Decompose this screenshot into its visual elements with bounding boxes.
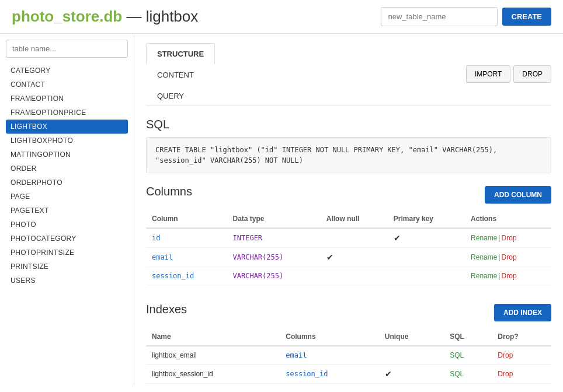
sidebar-item-photoprintsize[interactable]: PHOTOPRINTSIZE xyxy=(6,246,128,260)
col-datatype: INTEGER xyxy=(227,228,321,248)
col-actions: Rename|Drop xyxy=(465,248,551,267)
idx-unique: ✔ xyxy=(379,365,444,384)
indexes-section: Indexes ADD INDEX Name Columns Unique SQ… xyxy=(146,303,551,384)
indexes-table: Name Columns Unique SQL Drop? lightbox_e… xyxy=(146,328,551,384)
import-button[interactable]: IMPORT xyxy=(466,65,510,83)
sidebar-item-printsize[interactable]: PRINTSIZE xyxy=(6,260,128,274)
tab-structure[interactable]: STRUCTURE xyxy=(146,43,215,64)
col-name: id xyxy=(146,228,227,248)
sidebar-item-frameoptionprice[interactable]: FRAMEOPTIONPRICE xyxy=(6,106,128,120)
sidebar-item-category[interactable]: CATEGORY xyxy=(6,64,128,78)
rename-link[interactable]: Rename xyxy=(471,234,497,242)
title-separator: — xyxy=(122,8,145,25)
col-datatype: VARCHAR(255) xyxy=(227,248,321,267)
idx-name: lightbox_email xyxy=(146,346,280,365)
idx-header-unique: Unique xyxy=(379,328,444,346)
col-allownull: ✔ xyxy=(321,248,388,267)
columns-tbody: id INTEGER ✔ Rename|Drop email VARCHAR(2… xyxy=(146,228,551,285)
col-datatype: VARCHAR(255) xyxy=(227,267,321,285)
action-separator: | xyxy=(498,234,500,242)
sidebar-item-users[interactable]: USERS xyxy=(6,274,128,288)
drop-link[interactable]: Drop xyxy=(502,253,517,261)
col-header-allownull: Allow null xyxy=(321,210,388,228)
col-actions: Rename|Drop xyxy=(465,267,551,285)
idx-header-name: Name xyxy=(146,328,280,346)
columns-header: Columns ADD COLUMN xyxy=(146,185,551,204)
col-primarykey: ✔ xyxy=(388,228,465,248)
col-actions: Rename|Drop xyxy=(465,228,551,248)
table-row: id INTEGER ✔ Rename|Drop xyxy=(146,228,551,248)
col-primarykey xyxy=(388,248,465,267)
sidebar-item-order[interactable]: ORDER xyxy=(6,162,128,176)
new-table-input[interactable] xyxy=(381,7,498,26)
tab-query[interactable]: QUERY xyxy=(146,85,215,106)
columns-table: Column Data type Allow null Primary key … xyxy=(146,210,551,285)
sql-section: SQL CREATE TABLE "lightbox" ("id" INTEGE… xyxy=(146,118,551,173)
idx-name: lightbox_session_id xyxy=(146,365,280,384)
col-name: email xyxy=(146,248,227,267)
idx-columns: email xyxy=(280,346,379,365)
drop-link[interactable]: Drop xyxy=(502,234,517,242)
sidebar-item-page[interactable]: PAGE xyxy=(6,190,128,204)
sidebar-item-orderphoto[interactable]: ORDERPHOTO xyxy=(6,176,128,190)
indexes-title: Indexes xyxy=(146,303,187,316)
sidebar-item-contact[interactable]: CONTACT xyxy=(6,78,128,92)
idx-unique xyxy=(379,346,444,365)
tab-actions: IMPORT DROP xyxy=(466,65,551,83)
header-actions: CREATE xyxy=(381,7,551,26)
add-index-button[interactable]: ADD INDEX xyxy=(494,304,551,321)
columns-title: Columns xyxy=(146,185,192,198)
idx-header-columns: Columns xyxy=(280,328,379,346)
sidebar: CATEGORYCONTACTFRAMEOPTIONFRAMEOPTIONPRI… xyxy=(0,34,134,386)
table-row: email VARCHAR(255) ✔ Rename|Drop xyxy=(146,248,551,267)
drop-link[interactable]: Drop xyxy=(502,272,517,280)
table-row: lightbox_session_id session_id ✔ SQL Dro… xyxy=(146,365,551,384)
col-allownull xyxy=(321,228,388,248)
main-layout: CATEGORYCONTACTFRAMEOPTIONFRAMEOPTIONPRI… xyxy=(0,34,563,386)
col-allownull xyxy=(321,267,388,285)
idx-columns: session_id xyxy=(280,365,379,384)
db-name: photo_store.db xyxy=(12,8,122,25)
sidebar-item-frameoption[interactable]: FRAMEOPTION xyxy=(6,92,128,106)
sql-code: CREATE TABLE "lightbox" ("id" INTEGER NO… xyxy=(146,137,551,173)
columns-table-header: Column Data type Allow null Primary key … xyxy=(146,210,551,228)
app-title: photo_store.db — lightbox xyxy=(12,8,198,26)
drop-button[interactable]: DROP xyxy=(513,65,551,83)
columns-section: Columns ADD COLUMN Column Data type Allo… xyxy=(146,185,551,285)
indexes-tbody: lightbox_email email SQL Drop lightbox_s… xyxy=(146,346,551,384)
col-header-actions: Actions xyxy=(465,210,551,228)
sidebar-item-lightboxphoto[interactable]: LIGHTBOXPHOTO xyxy=(6,134,128,148)
indexes-header: Indexes ADD INDEX xyxy=(146,303,551,322)
col-header-column: Column xyxy=(146,210,227,228)
idx-header-drop: Drop? xyxy=(492,328,551,346)
idx-drop: Drop xyxy=(492,346,551,365)
col-primarykey xyxy=(388,267,465,285)
idx-header-sql: SQL xyxy=(444,328,492,346)
idx-sql: SQL xyxy=(444,346,492,365)
tab-bar: STRUCTURECONTENTQUERY IMPORT DROP xyxy=(146,43,551,106)
sidebar-item-photocategory[interactable]: PHOTOCATEGORY xyxy=(6,232,128,246)
tab-list: STRUCTURECONTENTQUERY xyxy=(146,43,217,106)
sidebar-item-photo[interactable]: PHOTO xyxy=(6,218,128,232)
idx-drop: Drop xyxy=(492,365,551,384)
sidebar-list: CATEGORYCONTACTFRAMEOPTIONFRAMEOPTIONPRI… xyxy=(6,64,128,288)
idx-sql: SQL xyxy=(444,365,492,384)
action-separator: | xyxy=(498,253,500,261)
rename-link[interactable]: Rename xyxy=(471,272,497,280)
col-name: session_id xyxy=(146,267,227,285)
header: photo_store.db — lightbox CREATE xyxy=(0,0,563,34)
rename-link[interactable]: Rename xyxy=(471,253,497,261)
add-column-button[interactable]: ADD COLUMN xyxy=(485,186,551,204)
sql-title: SQL xyxy=(146,118,551,131)
indexes-table-header: Name Columns Unique SQL Drop? xyxy=(146,328,551,346)
sidebar-item-pagetext[interactable]: PAGETEXT xyxy=(6,204,128,218)
table-row: lightbox_email email SQL Drop xyxy=(146,346,551,365)
col-header-datatype: Data type xyxy=(227,210,321,228)
tab-content[interactable]: CONTENT xyxy=(146,64,215,85)
col-header-primarykey: Primary key xyxy=(388,210,465,228)
sidebar-item-mattingoption[interactable]: MATTINGOPTION xyxy=(6,148,128,162)
sidebar-item-lightbox[interactable]: LIGHTBOX xyxy=(6,120,128,134)
create-button[interactable]: CREATE xyxy=(502,8,551,26)
table-search-input[interactable] xyxy=(6,40,128,58)
content-area: STRUCTURECONTENTQUERY IMPORT DROP SQL CR… xyxy=(134,34,563,386)
